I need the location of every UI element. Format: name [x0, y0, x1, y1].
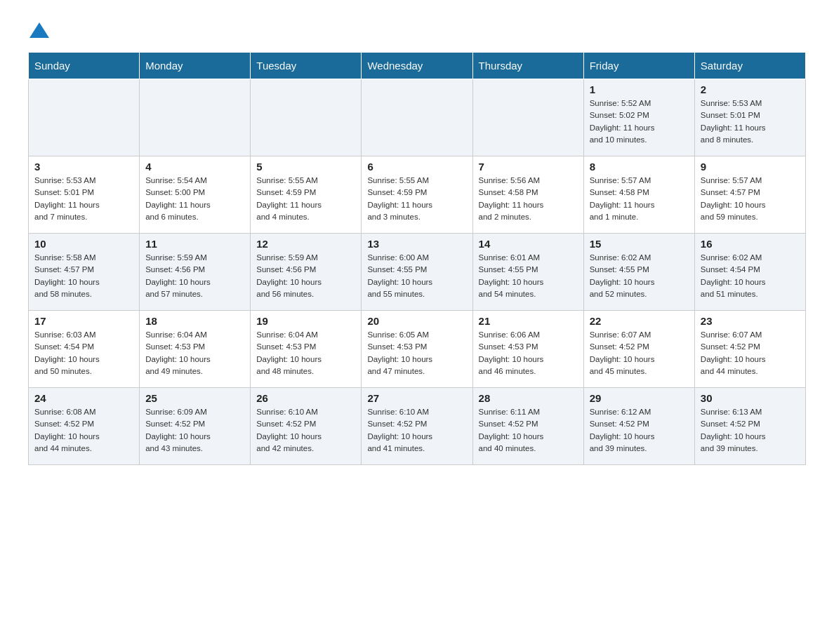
weekday-header-saturday: Saturday — [694, 53, 805, 79]
calendar-week-row: 10Sunrise: 5:58 AM Sunset: 4:57 PM Dayli… — [29, 234, 806, 311]
day-info: Sunrise: 5:55 AM Sunset: 4:59 PM Dayligh… — [367, 175, 466, 223]
calendar-day-26: 26Sunrise: 6:10 AM Sunset: 4:52 PM Dayli… — [251, 388, 362, 465]
calendar-day-6: 6Sunrise: 5:55 AM Sunset: 4:59 PM Daylig… — [362, 156, 472, 234]
day-info: Sunrise: 6:05 AM Sunset: 4:53 PM Dayligh… — [367, 329, 466, 377]
calendar-day-empty — [140, 79, 251, 156]
calendar-day-14: 14Sunrise: 6:01 AM Sunset: 4:55 PM Dayli… — [472, 234, 583, 311]
day-info: Sunrise: 5:58 AM Sunset: 4:57 PM Dayligh… — [34, 252, 133, 300]
calendar-day-2: 2Sunrise: 5:53 AM Sunset: 5:01 PM Daylig… — [694, 79, 805, 156]
day-number: 5 — [256, 161, 355, 173]
calendar-day-4: 4Sunrise: 5:54 AM Sunset: 5:00 PM Daylig… — [140, 156, 251, 234]
calendar-day-29: 29Sunrise: 6:12 AM Sunset: 4:52 PM Dayli… — [583, 388, 694, 465]
day-number: 6 — [367, 161, 466, 173]
day-info: Sunrise: 6:10 AM Sunset: 4:52 PM Dayligh… — [367, 406, 466, 455]
day-info: Sunrise: 5:53 AM Sunset: 5:01 PM Dayligh… — [701, 98, 800, 146]
calendar-day-28: 28Sunrise: 6:11 AM Sunset: 4:52 PM Dayli… — [472, 388, 583, 465]
page-header — [28, 21, 806, 38]
day-number: 10 — [34, 238, 133, 250]
day-number: 18 — [145, 315, 244, 327]
day-info: Sunrise: 6:06 AM Sunset: 4:53 PM Dayligh… — [479, 329, 578, 377]
day-number: 19 — [256, 315, 355, 327]
day-number: 22 — [590, 315, 689, 327]
calendar-day-23: 23Sunrise: 6:07 AM Sunset: 4:52 PM Dayli… — [694, 311, 805, 388]
logo — [28, 21, 49, 38]
calendar-day-empty — [251, 79, 362, 156]
day-number: 28 — [479, 392, 578, 404]
weekday-header-tuesday: Tuesday — [251, 53, 362, 79]
weekday-header-sunday: Sunday — [29, 53, 140, 79]
calendar-table: SundayMondayTuesdayWednesdayThursdayFrid… — [28, 52, 806, 465]
day-number: 24 — [34, 392, 133, 404]
day-number: 15 — [590, 238, 689, 250]
weekday-header-monday: Monday — [140, 53, 251, 79]
day-info: Sunrise: 6:12 AM Sunset: 4:52 PM Dayligh… — [590, 406, 689, 455]
calendar-day-16: 16Sunrise: 6:02 AM Sunset: 4:54 PM Dayli… — [694, 234, 805, 311]
calendar-day-empty — [29, 79, 140, 156]
calendar-day-1: 1Sunrise: 5:52 AM Sunset: 5:02 PM Daylig… — [583, 79, 694, 156]
calendar-day-30: 30Sunrise: 6:13 AM Sunset: 4:52 PM Dayli… — [694, 388, 805, 465]
day-info: Sunrise: 5:55 AM Sunset: 4:59 PM Dayligh… — [256, 175, 355, 223]
day-info: Sunrise: 6:04 AM Sunset: 4:53 PM Dayligh… — [256, 329, 355, 377]
day-number: 20 — [367, 315, 466, 327]
day-info: Sunrise: 5:57 AM Sunset: 4:57 PM Dayligh… — [701, 175, 800, 223]
calendar-day-3: 3Sunrise: 5:53 AM Sunset: 5:01 PM Daylig… — [29, 156, 140, 234]
day-number: 23 — [701, 315, 800, 327]
calendar-day-empty — [362, 79, 472, 156]
day-info: Sunrise: 5:54 AM Sunset: 5:00 PM Dayligh… — [145, 175, 244, 223]
day-info: Sunrise: 6:08 AM Sunset: 4:52 PM Dayligh… — [34, 406, 133, 455]
calendar-day-12: 12Sunrise: 5:59 AM Sunset: 4:56 PM Dayli… — [251, 234, 362, 311]
calendar-day-20: 20Sunrise: 6:05 AM Sunset: 4:53 PM Dayli… — [362, 311, 472, 388]
day-number: 12 — [256, 238, 355, 250]
day-number: 14 — [479, 238, 578, 250]
day-number: 26 — [256, 392, 355, 404]
day-number: 1 — [590, 83, 689, 95]
day-info: Sunrise: 5:59 AM Sunset: 4:56 PM Dayligh… — [256, 252, 355, 300]
day-info: Sunrise: 5:57 AM Sunset: 4:58 PM Dayligh… — [590, 175, 689, 223]
calendar-day-11: 11Sunrise: 5:59 AM Sunset: 4:56 PM Dayli… — [140, 234, 251, 311]
calendar-day-9: 9Sunrise: 5:57 AM Sunset: 4:57 PM Daylig… — [694, 156, 805, 234]
calendar-day-24: 24Sunrise: 6:08 AM Sunset: 4:52 PM Dayli… — [29, 388, 140, 465]
day-number: 3 — [34, 161, 133, 173]
weekday-header-friday: Friday — [583, 53, 694, 79]
day-info: Sunrise: 6:07 AM Sunset: 4:52 PM Dayligh… — [701, 329, 800, 377]
weekday-header-wednesday: Wednesday — [362, 53, 472, 79]
calendar-day-10: 10Sunrise: 5:58 AM Sunset: 4:57 PM Dayli… — [29, 234, 140, 311]
day-info: Sunrise: 5:53 AM Sunset: 5:01 PM Dayligh… — [34, 175, 133, 223]
calendar-day-empty — [472, 79, 583, 156]
day-info: Sunrise: 6:01 AM Sunset: 4:55 PM Dayligh… — [479, 252, 578, 300]
logo-triangle-icon — [29, 22, 49, 38]
day-info: Sunrise: 6:09 AM Sunset: 4:52 PM Dayligh… — [145, 406, 244, 455]
calendar-day-15: 15Sunrise: 6:02 AM Sunset: 4:55 PM Dayli… — [583, 234, 694, 311]
day-info: Sunrise: 5:52 AM Sunset: 5:02 PM Dayligh… — [590, 98, 689, 146]
weekday-header-thursday: Thursday — [472, 53, 583, 79]
calendar-week-row: 3Sunrise: 5:53 AM Sunset: 5:01 PM Daylig… — [29, 156, 806, 234]
day-number: 17 — [34, 315, 133, 327]
day-number: 9 — [701, 161, 800, 173]
day-number: 16 — [701, 238, 800, 250]
day-info: Sunrise: 6:02 AM Sunset: 4:54 PM Dayligh… — [701, 252, 800, 300]
day-info: Sunrise: 5:56 AM Sunset: 4:58 PM Dayligh… — [479, 175, 578, 223]
day-info: Sunrise: 6:07 AM Sunset: 4:52 PM Dayligh… — [590, 329, 689, 377]
day-number: 13 — [367, 238, 466, 250]
calendar-day-7: 7Sunrise: 5:56 AM Sunset: 4:58 PM Daylig… — [472, 156, 583, 234]
weekday-header-row: SundayMondayTuesdayWednesdayThursdayFrid… — [29, 53, 806, 79]
calendar-day-5: 5Sunrise: 5:55 AM Sunset: 4:59 PM Daylig… — [251, 156, 362, 234]
day-info: Sunrise: 6:11 AM Sunset: 4:52 PM Dayligh… — [479, 406, 578, 455]
day-number: 30 — [701, 392, 800, 404]
calendar-day-22: 22Sunrise: 6:07 AM Sunset: 4:52 PM Dayli… — [583, 311, 694, 388]
day-number: 29 — [590, 392, 689, 404]
calendar-day-21: 21Sunrise: 6:06 AM Sunset: 4:53 PM Dayli… — [472, 311, 583, 388]
day-number: 8 — [590, 161, 689, 173]
calendar-day-18: 18Sunrise: 6:04 AM Sunset: 4:53 PM Dayli… — [140, 311, 251, 388]
calendar-day-25: 25Sunrise: 6:09 AM Sunset: 4:52 PM Dayli… — [140, 388, 251, 465]
day-number: 25 — [145, 392, 244, 404]
day-info: Sunrise: 6:13 AM Sunset: 4:52 PM Dayligh… — [701, 406, 800, 455]
day-number: 2 — [701, 83, 800, 95]
calendar-week-row: 1Sunrise: 5:52 AM Sunset: 5:02 PM Daylig… — [29, 79, 806, 156]
calendar-day-27: 27Sunrise: 6:10 AM Sunset: 4:52 PM Dayli… — [362, 388, 472, 465]
day-number: 27 — [367, 392, 466, 404]
calendar-day-17: 17Sunrise: 6:03 AM Sunset: 4:54 PM Dayli… — [29, 311, 140, 388]
calendar-day-13: 13Sunrise: 6:00 AM Sunset: 4:55 PM Dayli… — [362, 234, 472, 311]
day-number: 7 — [479, 161, 578, 173]
day-number: 21 — [479, 315, 578, 327]
